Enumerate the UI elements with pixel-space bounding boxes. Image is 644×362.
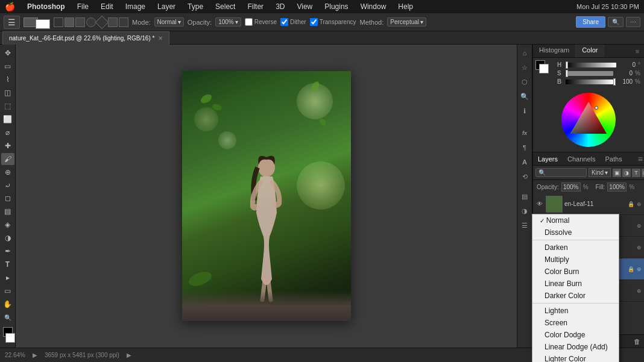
bg-color[interactable] [5, 333, 15, 343]
object-select-tool[interactable]: ◫ [1, 87, 14, 99]
mode-dropdown[interactable]: Normal ▾ [154, 17, 184, 27]
frame-tool[interactable]: ⬜ [1, 113, 14, 125]
reverse-checkbox[interactable] [245, 18, 253, 26]
color-tab[interactable]: Color [576, 45, 604, 57]
eraser-tool[interactable]: ◻ [1, 192, 14, 204]
b-slider[interactable] [566, 80, 613, 84]
blur-options-icon[interactable]: ⊕ [637, 245, 642, 251]
select-tool[interactable]: ▭ [1, 60, 14, 72]
char-icon[interactable]: A [519, 156, 531, 168]
gradient-preset-2[interactable] [65, 17, 74, 27]
blend-darker-color[interactable]: Darker Color [532, 290, 619, 302]
menu-edit[interactable]: Edit [98, 2, 116, 11]
pixel-filter-icon[interactable]: ▣ [613, 169, 621, 177]
opacity-input[interactable] [561, 183, 581, 192]
zoom-tool[interactable]: 🔍 [1, 311, 14, 323]
shape-tool[interactable]: ▭ [1, 285, 14, 297]
blend-darken[interactable]: Darken [532, 242, 619, 254]
adjust-filter-icon[interactable]: ◑ [622, 169, 631, 177]
gradient-type-angle[interactable] [95, 15, 109, 29]
layer-search[interactable]: 🔍 [535, 168, 587, 177]
layers-icon-side[interactable]: ▤ [519, 190, 531, 202]
eyedropper-tool[interactable]: ⌀ [1, 126, 14, 139]
blend-mode-dropdown[interactable]: Normal Dissolve Darken Multiply Color Bu… [532, 214, 619, 362]
menu-window[interactable]: Window [358, 2, 389, 11]
layer-lock-active[interactable]: 🔒 [628, 266, 635, 272]
dodge-tool[interactable]: ◑ [1, 232, 14, 244]
blend-color-burn[interactable]: Color Burn [532, 266, 619, 278]
path-select[interactable]: ▸ [1, 272, 14, 284]
info-icon[interactable]: ℹ [519, 105, 531, 117]
blend-dissolve[interactable]: Dissolve [532, 226, 619, 239]
blend-multiply[interactable]: Multiply [532, 254, 619, 266]
tab-close-icon[interactable]: ✕ [158, 35, 163, 42]
crop-tool[interactable]: ⬚ [1, 100, 14, 112]
share-button[interactable]: Share [576, 16, 605, 28]
layer-eye-icon[interactable]: 👁 [535, 200, 544, 208]
histogram-tab[interactable]: Histogram [533, 45, 576, 57]
layer-item[interactable]: 👁 en-Leaf-11 🔒 ⊕ [533, 193, 644, 215]
hand-tool[interactable]: ✋ [1, 298, 14, 310]
learn-icon[interactable]: ☆ [519, 61, 531, 73]
gradient-preset-1[interactable] [54, 17, 63, 27]
s-slider[interactable] [566, 71, 613, 76]
layer-lock-icon[interactable]: 🔒 [628, 201, 635, 207]
apple-menu[interactable]: 🍎 [5, 2, 15, 11]
menu-layer[interactable]: Layer [155, 2, 178, 11]
blend-lighter-color[interactable]: Lighter Color [532, 353, 619, 362]
paths-tab[interactable]: Paths [601, 154, 627, 164]
shape-filter-icon[interactable]: ◯ [642, 169, 644, 177]
arrow-icon[interactable]: ▶ [33, 352, 37, 358]
search-icon[interactable]: 🔍 [519, 90, 531, 102]
layers-options-icon[interactable]: ≡ [637, 153, 644, 165]
dither-checkbox-wrap[interactable]: Dither [280, 18, 306, 26]
brush-tool[interactable]: 🖌 [1, 153, 14, 165]
kind-dropdown[interactable]: Kind ▾ [589, 168, 611, 177]
blend-color-dodge[interactable]: Color Dodge [532, 329, 619, 341]
paragraph-icon[interactable]: ¶ [519, 142, 531, 154]
active-options-icon[interactable]: ⊕ [637, 266, 642, 272]
bg-swatch-small[interactable] [539, 64, 549, 73]
toolbar-icon-1[interactable]: ☰ [4, 16, 20, 29]
blend-linear-dodge[interactable]: Linear Dodge (Add) [532, 341, 619, 353]
menu-file[interactable]: File [75, 2, 91, 11]
menu-view[interactable]: View [294, 2, 315, 11]
adjustments-icon[interactable]: ◑ [519, 205, 531, 217]
layers-tab[interactable]: Layers [533, 154, 563, 164]
gradient-type-diamond[interactable] [119, 17, 128, 27]
search-button[interactable]: 🔍 [608, 17, 623, 27]
fill-input[interactable] [607, 183, 627, 192]
fx-icon[interactable]: fx [519, 127, 531, 139]
layer-link-icon[interactable]: ⊕ [637, 201, 642, 207]
menu-image[interactable]: Image [123, 2, 148, 11]
delete-layer-icon[interactable]: 🗑 [632, 337, 642, 346]
menu-type[interactable]: Type [185, 2, 206, 11]
blend-linear-burn[interactable]: Linear Burn [532, 278, 619, 290]
menu-3d[interactable]: 3D [273, 2, 287, 11]
lasso-tool[interactable]: ⌇ [1, 73, 14, 86]
transparency-checkbox[interactable] [310, 18, 318, 26]
blend-normal[interactable]: Normal [532, 214, 619, 226]
canvas-area[interactable] [16, 45, 517, 348]
blur-tool[interactable]: ◈ [1, 219, 14, 231]
nav-arrow[interactable]: ▶ [127, 352, 131, 358]
clone-stamp[interactable]: ⊕ [1, 166, 14, 178]
method-dropdown[interactable]: Perceptual ▾ [387, 17, 426, 27]
gradient-type-reflected[interactable] [108, 17, 118, 27]
spot-heal-tool[interactable]: ✚ [1, 140, 14, 152]
blend-screen[interactable]: Screen [532, 317, 619, 329]
h-slider[interactable] [566, 63, 616, 67]
gradient-tool[interactable]: ▤ [1, 205, 14, 217]
opacity-dropdown[interactable]: 100% ▾ [215, 17, 241, 27]
document-tab[interactable]: nature_Kat_-66-Edit.psd @ 22.6% (lightin… [2, 31, 169, 45]
background-swatch[interactable] [36, 19, 50, 29]
menu-plugins[interactable]: Plugins [322, 2, 350, 11]
pen-tool[interactable]: ✒ [1, 245, 14, 257]
text-tool[interactable]: T [1, 258, 14, 270]
history-brush[interactable]: ⤾ [1, 179, 14, 192]
menu-select[interactable]: Select [213, 2, 238, 11]
panel-options-icon[interactable]: ≡ [631, 45, 644, 57]
transparency-checkbox-wrap[interactable]: Transparency [310, 18, 356, 26]
color-wheel[interactable] [561, 93, 616, 147]
blend-lighten[interactable]: Lighten [532, 305, 619, 317]
